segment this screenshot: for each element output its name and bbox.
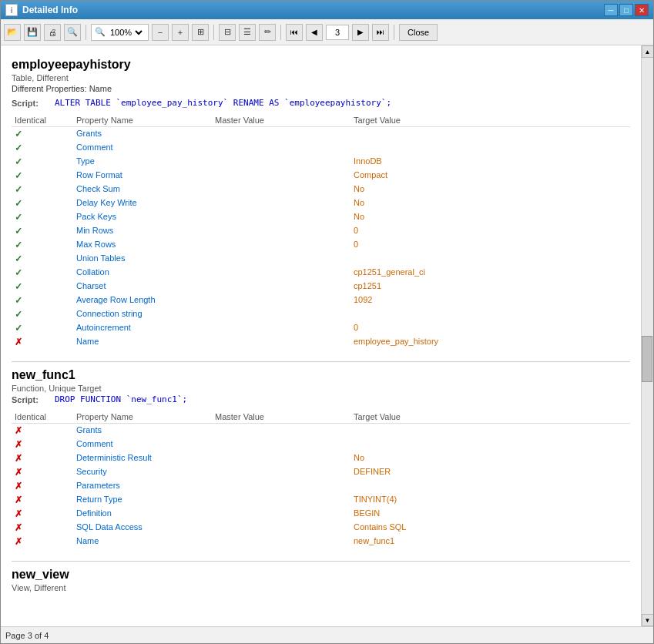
cell-target: 0 <box>350 321 630 335</box>
status-text: Page 3 of 4 <box>5 631 49 640</box>
first-page-button[interactable]: ⏮ <box>286 24 303 41</box>
property-name: Comment <box>76 143 113 152</box>
property-name: Security <box>76 467 107 476</box>
zoom-icon: 🔍 <box>95 27 106 37</box>
search-button[interactable]: 🔍 <box>64 24 81 41</box>
cell-property: Deterministic Result <box>73 451 212 465</box>
window-close-button[interactable]: ✕ <box>635 4 649 16</box>
script-row-1: Script: ALTER TABLE `employee_pay_histor… <box>12 98 630 108</box>
zoom-select[interactable]: 100% 75% 125% 150% <box>107 27 145 38</box>
window-icon: i <box>5 4 18 16</box>
check-icon: ✓ <box>15 226 22 236</box>
cell-target <box>350 252 630 266</box>
page-number-input[interactable] <box>326 25 349 40</box>
check-icon: ✓ <box>15 309 22 320</box>
cell-master <box>212 210 350 224</box>
cell-property: Name <box>73 335 212 349</box>
cell-target <box>350 127 630 142</box>
table-row: ✓Grants <box>12 127 630 142</box>
print-button[interactable]: 🖨 <box>44 24 61 41</box>
cell-property: Comment <box>73 438 212 451</box>
cell-property: Grants <box>73 424 212 438</box>
property-name: Union Tables <box>76 253 125 263</box>
scroll-down-arrow[interactable]: ▼ <box>642 614 654 626</box>
section-new-view: new_view View, Different <box>12 568 630 592</box>
col-header-property-2: Property Name <box>73 411 212 424</box>
separator-4 <box>394 25 394 40</box>
property-name: Grants <box>76 129 102 138</box>
x-icon: ✗ <box>15 439 22 450</box>
cell-identical: ✓ <box>12 238 73 252</box>
property-name: Parameters <box>76 481 120 490</box>
cell-master <box>212 224 350 238</box>
cell-master <box>212 521 350 535</box>
section-diff-1: Different Properties: Name <box>12 84 630 93</box>
check-icon: ✓ <box>15 267 22 278</box>
target-value: No <box>354 212 364 221</box>
prev-page-button[interactable]: ◀ <box>306 24 323 41</box>
cell-identical: ✗ <box>12 424 73 438</box>
section-subtitle-2: Function, Unique Target <box>12 384 630 393</box>
columns-button[interactable]: ☰ <box>239 24 256 41</box>
cell-target <box>350 307 630 321</box>
col-header-identical-1: Identical <box>12 114 73 127</box>
target-value: Compact <box>354 170 387 179</box>
page-setup-button[interactable]: ⊟ <box>219 24 236 41</box>
toolbar: 📂 💾 🖨 🔍 🔍 100% 75% 125% 150% − + ⊞ ⊟ ☰ ✏… <box>1 19 653 45</box>
table-row: ✓Autoincrement0 <box>12 321 630 335</box>
last-page-button[interactable]: ⏭ <box>372 24 389 41</box>
table-row: ✗Return TypeTINYINT(4) <box>12 493 630 507</box>
section-title-2: new_func1 <box>12 368 630 382</box>
view-button[interactable]: ⊞ <box>192 24 209 41</box>
col-header-target-1: Target Value <box>350 114 630 127</box>
x-icon: ✗ <box>15 536 22 547</box>
x-icon: ✗ <box>15 425 22 436</box>
col-header-target-2: Target Value <box>350 411 630 424</box>
cell-property: Security <box>73 465 212 479</box>
property-table-2: Identical Property Name Master Value Tar… <box>12 411 630 548</box>
cell-target <box>350 438 630 451</box>
cell-target: 0 <box>350 238 630 252</box>
cell-identical: ✓ <box>12 280 73 293</box>
section-subtitle-1: Table, Different <box>12 73 630 82</box>
table-row: ✓Check SumNo <box>12 183 630 196</box>
property-name: Pack Keys <box>76 212 116 221</box>
scroll-track[interactable] <box>642 58 653 614</box>
target-value: cp1251 <box>354 281 381 290</box>
table-row: ✓Pack KeysNo <box>12 210 630 224</box>
save-button[interactable]: 💾 <box>24 24 41 41</box>
next-page-button[interactable]: ▶ <box>352 24 369 41</box>
check-icon: ✓ <box>15 198 22 209</box>
target-value: InnoDB <box>354 156 382 166</box>
window-title: Detailed Info <box>22 5 78 15</box>
content-area: employeepayhistory Table, Different Diff… <box>1 45 653 626</box>
x-icon: ✗ <box>15 453 22 464</box>
scrollbar[interactable]: ▲ ▼ <box>641 45 653 626</box>
property-name: Grants <box>76 425 102 434</box>
zoom-out-button[interactable]: − <box>152 24 169 41</box>
cell-master <box>212 438 350 451</box>
script-row-2: Script: DROP FUNCTION `new_func1`; <box>12 394 630 404</box>
cell-property: Row Format <box>73 169 212 183</box>
cell-identical: ✓ <box>12 196 73 210</box>
cell-master <box>212 479 350 493</box>
open-button[interactable]: 📂 <box>4 24 21 41</box>
minimize-button[interactable]: ─ <box>604 4 618 16</box>
table-row: ✗Grants <box>12 424 630 438</box>
close-report-button[interactable]: Close <box>399 24 438 41</box>
cell-identical: ✓ <box>12 293 73 307</box>
scroll-up-arrow[interactable]: ▲ <box>642 45 654 58</box>
col-header-property-1: Property Name <box>73 114 212 127</box>
property-name: Check Sum <box>76 184 120 193</box>
zoom-in-button[interactable]: + <box>172 24 189 41</box>
check-icon: ✓ <box>15 253 22 264</box>
scroll-thumb[interactable] <box>642 336 652 382</box>
cell-property: Max Rows <box>73 238 212 252</box>
edit-button[interactable]: ✏ <box>259 24 276 41</box>
cell-property: Average Row Length <box>73 293 212 307</box>
x-icon: ✗ <box>15 337 22 347</box>
maximize-button[interactable]: □ <box>619 4 633 16</box>
cell-identical: ✗ <box>12 535 73 548</box>
table-row: ✗Comment <box>12 438 630 451</box>
title-bar: i Detailed Info ─ □ ✕ <box>1 1 653 19</box>
